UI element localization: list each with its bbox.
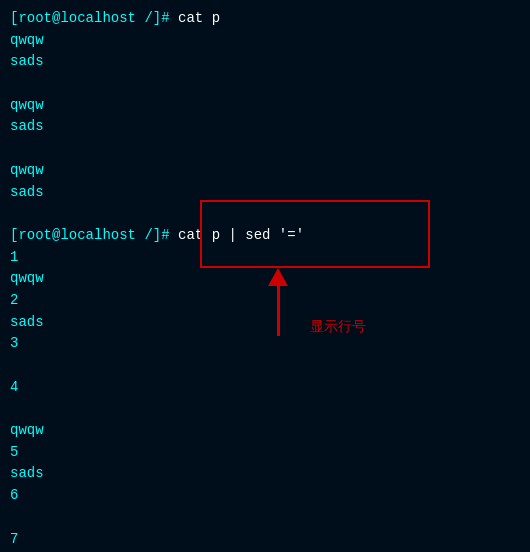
line-14: 2 — [10, 290, 520, 312]
line-9: sads — [10, 182, 520, 204]
line-20: qwqw — [10, 420, 520, 442]
line-16: 3 — [10, 333, 520, 355]
line-10 — [10, 203, 520, 225]
line-22: sads — [10, 463, 520, 485]
line-8: qwqw — [10, 160, 520, 182]
line-18: 4 — [10, 377, 520, 399]
line-2: qwqw — [10, 30, 520, 52]
line-21: 5 — [10, 442, 520, 464]
line-4 — [10, 73, 520, 95]
line-25: 7 — [10, 529, 520, 551]
line-17 — [10, 355, 520, 377]
terminal-window: [root@localhost /]# cat p qwqw sads qwqw… — [0, 0, 530, 552]
cmd-2: cat p | sed '=' — [178, 227, 304, 243]
cmd-1: cat p — [178, 10, 220, 26]
line-15: sads — [10, 312, 520, 334]
line-23: 6 — [10, 485, 520, 507]
prompt-2: [root@localhost /]# — [10, 227, 178, 243]
line-3: sads — [10, 51, 520, 73]
line-19 — [10, 398, 520, 420]
line-13: qwqw — [10, 268, 520, 290]
line-7 — [10, 138, 520, 160]
line-1: [root@localhost /]# cat p — [10, 8, 520, 30]
annotation-label: 显示行号 — [310, 318, 366, 336]
line-5: qwqw — [10, 95, 520, 117]
prompt-1: [root@localhost /]# — [10, 10, 178, 26]
line-6: sads — [10, 116, 520, 138]
line-12: 1 — [10, 247, 520, 269]
line-24 — [10, 507, 520, 529]
line-11: [root@localhost /]# cat p | sed '=' — [10, 225, 520, 247]
